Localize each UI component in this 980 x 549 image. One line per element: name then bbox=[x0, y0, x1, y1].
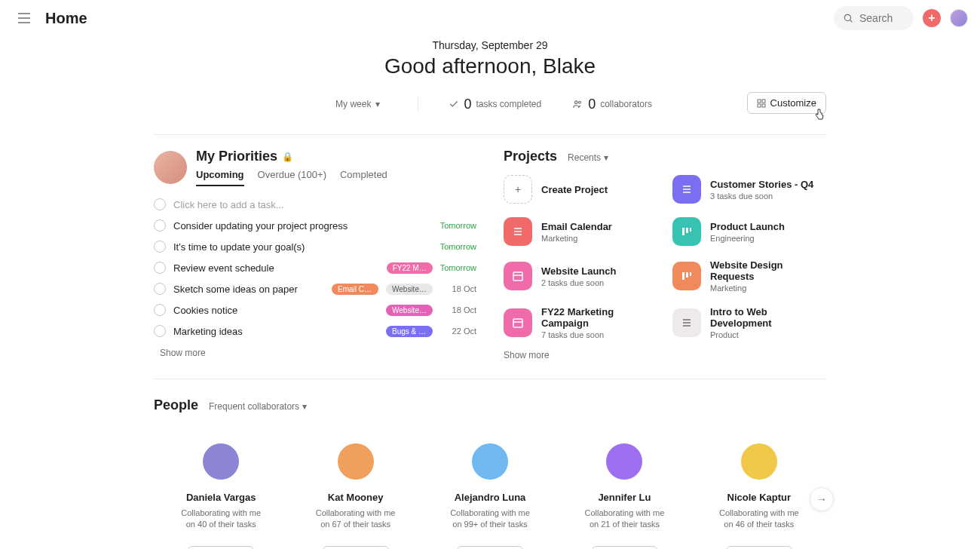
menu-toggle[interactable] bbox=[12, 6, 36, 30]
task-row[interactable]: Consider updating your project progressT… bbox=[154, 215, 476, 236]
project-subtext: 2 tasks due soon bbox=[541, 278, 616, 287]
user-avatar[interactable] bbox=[950, 9, 968, 27]
people-panel: People Frequent collaborators ▾ Daniela … bbox=[154, 397, 826, 549]
task-row[interactable]: Cookies noticeWebsite …18 Oct bbox=[154, 299, 476, 321]
current-date: Thursday, September 29 bbox=[0, 39, 980, 51]
person-card: Alejandro LunaCollaborating with meon 99… bbox=[423, 443, 557, 549]
project-name: Email Calendar bbox=[541, 221, 612, 232]
customize-label: Customize bbox=[770, 97, 816, 109]
person-avatar[interactable] bbox=[338, 443, 374, 480]
project-item[interactable]: Intro to Web DevelopmentProduct bbox=[672, 306, 826, 339]
priorities-panel: My Priorities 🔒 Upcoming Overdue (100+) … bbox=[154, 135, 476, 360]
search-box[interactable] bbox=[834, 6, 914, 30]
projects-show-more[interactable]: Show more bbox=[504, 350, 826, 360]
time-filter-label: My week bbox=[335, 99, 371, 109]
stats-row: My week ▾ 0 tasks completed 0 collaborat… bbox=[0, 92, 980, 116]
project-icon bbox=[504, 262, 532, 290]
task-tag[interactable]: Website … bbox=[386, 305, 433, 316]
task-name: Consider updating your project progress bbox=[173, 220, 433, 232]
task-check[interactable] bbox=[154, 283, 166, 295]
person-name: Alejandro Luna bbox=[455, 492, 526, 503]
project-name: FY22 Marketing Campaign bbox=[541, 306, 657, 329]
project-item[interactable]: FY22 Marketing Campaign7 tasks due soon bbox=[504, 306, 657, 339]
task-check[interactable] bbox=[154, 198, 166, 210]
svg-rect-24 bbox=[690, 272, 691, 276]
add-task-row[interactable]: Click here to add a task... bbox=[154, 194, 476, 215]
search-icon bbox=[843, 13, 853, 23]
project-item[interactable]: Email CalendarMarketing bbox=[504, 217, 657, 246]
people-icon bbox=[571, 99, 583, 109]
project-icon bbox=[672, 217, 701, 246]
task-check[interactable] bbox=[154, 304, 166, 316]
projects-filter[interactable]: Recents ▾ bbox=[568, 152, 608, 163]
task-tag[interactable]: Bugs & I… bbox=[386, 326, 433, 337]
customize-icon bbox=[757, 99, 766, 108]
task-row[interactable]: Sketch some ideas on paperEmail Ca…Websi… bbox=[154, 278, 476, 299]
svg-rect-25 bbox=[513, 319, 522, 327]
task-check[interactable] bbox=[154, 241, 166, 253]
create-project[interactable]: +Create Project bbox=[504, 175, 657, 204]
task-row[interactable]: Review event scheduleFY22 M…Tomorrow bbox=[154, 257, 476, 278]
tasks-completed-count: 0 bbox=[464, 97, 471, 112]
chevron-down-icon: ▾ bbox=[375, 99, 380, 109]
task-row[interactable]: It's time to update your goal(s)Tomorrow bbox=[154, 236, 476, 257]
chevron-down-icon: ▾ bbox=[604, 152, 608, 163]
people-filter[interactable]: Frequent collaborators ▾ bbox=[209, 401, 307, 412]
hamburger-icon bbox=[17, 13, 31, 23]
page-title: Home bbox=[45, 10, 87, 27]
divider bbox=[418, 97, 418, 112]
person-avatar[interactable] bbox=[606, 443, 642, 480]
task-due: 22 Oct bbox=[440, 327, 476, 336]
svg-point-6 bbox=[579, 101, 581, 103]
task-row[interactable]: Marketing ideasBugs & I…22 Oct bbox=[154, 321, 476, 342]
task-tag[interactable]: Website … bbox=[386, 284, 433, 295]
tab-completed[interactable]: Completed bbox=[340, 169, 387, 186]
task-due: Tomorrow bbox=[440, 221, 476, 230]
project-subtext: Product bbox=[710, 330, 826, 339]
project-name: Website Launch bbox=[541, 265, 616, 277]
global-add-button[interactable]: + bbox=[923, 9, 941, 27]
view-profile-button[interactable]: View profile bbox=[188, 546, 254, 549]
view-profile-button[interactable]: View profile bbox=[457, 546, 523, 549]
tab-overdue[interactable]: Overdue (100+) bbox=[258, 169, 326, 186]
task-check[interactable] bbox=[154, 262, 166, 274]
project-item[interactable]: Customer Stories - Q43 tasks due soon bbox=[672, 175, 826, 204]
projects-panel: Projects Recents ▾ +Create ProjectCustom… bbox=[504, 135, 826, 360]
svg-point-3 bbox=[844, 14, 850, 20]
project-subtext: Marketing bbox=[710, 284, 826, 293]
project-subtext: 3 tasks due soon bbox=[710, 192, 813, 201]
task-name: Sketch some ideas on paper bbox=[173, 284, 324, 295]
search-input[interactable] bbox=[859, 12, 905, 24]
lock-icon: 🔒 bbox=[282, 152, 293, 162]
person-avatar[interactable] bbox=[741, 443, 777, 480]
task-tag[interactable]: FY22 M… bbox=[387, 262, 433, 274]
project-item[interactable]: Website Design RequestsMarketing bbox=[672, 259, 826, 293]
task-tag[interactable]: Email Ca… bbox=[332, 284, 378, 295]
people-next-button[interactable]: → bbox=[810, 487, 834, 511]
task-check[interactable] bbox=[154, 219, 166, 232]
view-profile-button[interactable]: View profile bbox=[726, 546, 792, 549]
person-sub: Collaborating with meon 46 of their task… bbox=[719, 508, 799, 531]
time-filter[interactable]: My week ▾ bbox=[328, 96, 387, 112]
svg-rect-23 bbox=[686, 272, 688, 278]
project-icon bbox=[672, 175, 701, 204]
project-item[interactable]: Website Launch2 tasks due soon bbox=[504, 259, 657, 293]
project-item[interactable]: Product LaunchEngineering bbox=[672, 217, 826, 246]
project-name: Customer Stories - Q4 bbox=[710, 179, 813, 190]
person-avatar[interactable] bbox=[203, 443, 239, 480]
view-profile-button[interactable]: View profile bbox=[323, 546, 389, 549]
project-icon bbox=[504, 217, 532, 246]
customize-button[interactable]: Customize bbox=[747, 92, 826, 114]
person-avatar[interactable] bbox=[472, 443, 508, 480]
greeting: Good afternoon, Blake bbox=[0, 54, 980, 78]
person-name: Kat Mooney bbox=[328, 492, 384, 503]
task-check[interactable] bbox=[154, 325, 166, 337]
hero: Thursday, September 29 Good afternoon, B… bbox=[0, 39, 980, 116]
person-sub: Collaborating with meon 40 of their task… bbox=[181, 508, 261, 531]
tab-upcoming[interactable]: Upcoming bbox=[196, 169, 244, 186]
task-due: 18 Oct bbox=[440, 284, 476, 293]
priorities-show-more[interactable]: Show more bbox=[154, 348, 476, 358]
person-card: Kat MooneyCollaborating with meon 67 of … bbox=[288, 443, 422, 549]
project-icon bbox=[504, 308, 532, 337]
view-profile-button[interactable]: View profile bbox=[592, 546, 658, 549]
